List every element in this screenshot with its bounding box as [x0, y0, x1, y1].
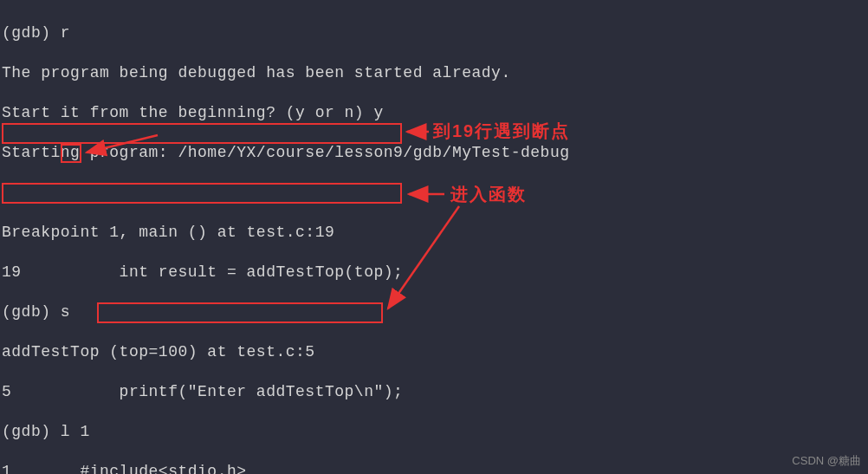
output-line: Start it from the beginning? (y or n) y	[2, 103, 866, 123]
annotation-breakpoint: 到19行遇到断点	[433, 121, 570, 141]
output-line: (gdb) l 1	[2, 422, 866, 442]
output-line: Breakpoint 1, main () at test.c:19	[2, 223, 866, 243]
output-line: The program being debugged has been star…	[2, 63, 866, 83]
output-line: addTestTop (top=100) at test.c:5	[2, 342, 866, 362]
terminal-output: (gdb) r The program being debugged has b…	[0, 0, 868, 474]
output-line: 19 int result = addTestTop(top);	[2, 263, 866, 282]
watermark: CSDN @糖曲	[792, 451, 861, 471]
output-line: (gdb) r	[2, 23, 866, 43]
output-line	[2, 183, 866, 203]
output-line: 5 printf("Enter addTestTop\n");	[2, 382, 866, 402]
output-line: Starting program: /home/YX/course/lesson…	[2, 143, 866, 163]
output-line: 1 #include<stdio.h>	[2, 462, 866, 474]
output-line: (gdb) s	[2, 302, 866, 322]
annotation-enter-func: 进入函数	[450, 185, 527, 205]
